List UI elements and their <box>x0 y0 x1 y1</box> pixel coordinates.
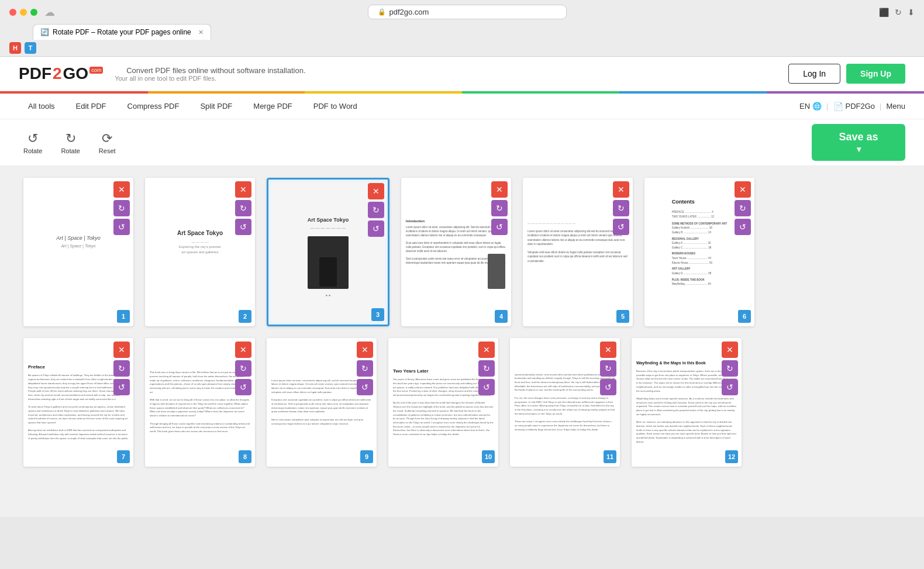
rotate-page-10-right[interactable]: ↻ <box>478 360 495 377</box>
browser-extensions: H T <box>0 40 924 56</box>
language-button[interactable]: EN 🌐 <box>799 102 822 111</box>
rotate-page-9-left[interactable]: ↺ <box>357 379 373 395</box>
page-item: Introduction Lorem ipsum dolor sit amet,… <box>401 178 511 326</box>
tagline-main: Convert PDF files online without softwar… <box>126 66 305 75</box>
delete-page-9[interactable]: ✕ <box>357 342 373 358</box>
logo[interactable]: PDF 2 GO com <box>19 64 103 83</box>
delete-page-3[interactable]: ✕ <box>368 183 384 199</box>
rotate-page-2-left[interactable]: ↺ <box>235 219 251 235</box>
rotate-page-11-left[interactable]: ↺ <box>600 379 616 395</box>
delete-page-2[interactable]: ✕ <box>235 181 251 198</box>
page-number-1: 1 <box>117 310 130 323</box>
reset-button[interactable]: ⟳ Reset <box>94 129 120 157</box>
main-content: Art | Space | Tokyo Art | Space | Tokyo … <box>0 166 924 517</box>
logo-area: PDF 2 GO com Convert PDF files online wi… <box>19 64 306 83</box>
rotate-page-8-right[interactable]: ↻ <box>235 360 251 377</box>
page-number-12: 12 <box>725 450 738 463</box>
rotate-page-4-right[interactable]: ↻ <box>491 200 508 216</box>
page-number-6: 6 <box>738 310 751 323</box>
rotate-page-12-right[interactable]: ↻ <box>722 360 738 377</box>
rotate-page-3-right[interactable]: ↻ <box>368 202 384 218</box>
delete-page-10[interactable]: ✕ <box>478 342 495 358</box>
page-number-2: 2 <box>239 310 251 323</box>
delete-page-7[interactable]: ✕ <box>113 342 130 358</box>
rotate-page-5-left[interactable]: ↺ <box>613 219 629 235</box>
refresh-icon[interactable]: ↻ <box>895 8 902 17</box>
save-as-chevron: ▾ <box>857 144 861 154</box>
rotate-page-9-right[interactable]: ↻ <box>357 360 373 377</box>
close-button[interactable] <box>9 9 16 16</box>
menu-label[interactable]: Menu <box>886 102 905 111</box>
tab-close-icon[interactable]: ✕ <box>198 29 204 36</box>
delete-page-6[interactable]: ✕ <box>735 181 751 198</box>
pages-row-1: Art | Space | Tokyo Art | Space | Tokyo … <box>23 178 901 326</box>
nav-divider: | <box>826 102 828 111</box>
globe-icon: 🌐 <box>812 102 822 111</box>
rotate-right-label: Rotate <box>61 147 80 154</box>
page-number-7: 7 <box>117 450 130 463</box>
rotate-page-7-left[interactable]: ↺ <box>113 379 130 395</box>
page-controls-6: ✕ ↻ ↺ <box>735 181 751 235</box>
delete-page-11[interactable]: ✕ <box>600 342 616 358</box>
login-button[interactable]: Log In <box>788 64 840 84</box>
delete-page-12[interactable]: ✕ <box>722 342 738 358</box>
page-controls-8: ✕ ↻ ↺ <box>235 342 251 395</box>
rotate-right-button[interactable]: ↻ Rotate <box>56 129 84 157</box>
rotate-page-4-left[interactable]: ↺ <box>491 219 508 235</box>
reset-label: Reset <box>99 147 116 154</box>
page-item: Two Years Later Two years of theory. Mem… <box>388 338 498 467</box>
maximize-button[interactable] <box>30 9 37 16</box>
rotate-page-8-left[interactable]: ↺ <box>235 379 251 395</box>
rotate-page-1-right[interactable]: ↻ <box>113 200 130 216</box>
toolbar-left: ↺ Rotate ↻ Rotate ⟳ Reset <box>19 129 120 157</box>
nav-bar: All tools Edit PDF Compress PDF Split PD… <box>0 94 924 119</box>
nav-compress-pdf[interactable]: Compress PDF <box>118 94 189 119</box>
cast-icon: ⬛ <box>879 8 889 17</box>
rotate-left-button[interactable]: ↺ Rotate <box>19 129 47 157</box>
page-number-4: 4 <box>495 310 508 323</box>
rotate-page-7-right[interactable]: ↻ <box>113 360 130 377</box>
minimize-button[interactable] <box>20 9 27 16</box>
rotate-page-11-right[interactable]: ↻ <box>600 360 616 377</box>
nav-pdf-to-word[interactable]: PDF to Word <box>304 94 367 119</box>
signup-button[interactable]: Sign Up <box>846 64 905 84</box>
app-header: PDF 2 GO com Convert PDF files online wi… <box>0 57 924 91</box>
nav-right: EN 🌐 | 📄 PDF2Go | Menu <box>799 102 905 111</box>
lock-icon: 🔒 <box>378 8 386 16</box>
nav-edit-pdf[interactable]: Edit PDF <box>67 94 116 119</box>
page-controls-12: ✕ ↻ ↺ <box>722 342 738 395</box>
rotate-page-10-left[interactable]: ↺ <box>478 379 495 395</box>
cloud-icon: ☁ <box>44 6 55 19</box>
page-number-5: 5 <box>616 310 629 323</box>
rotate-page-5-right[interactable]: ↻ <box>613 200 629 216</box>
address-bar[interactable]: 🔒 pdf2go.com <box>62 5 872 19</box>
rotate-page-6-right[interactable]: ↻ <box>735 200 751 216</box>
save-as-button[interactable]: Save as ▾ <box>812 124 905 161</box>
page-item: Art | Space | Tokyo Art | Space | Tokyo … <box>23 178 133 326</box>
rotate-page-6-left[interactable]: ↺ <box>735 219 751 235</box>
rotate-page-2-right[interactable]: ↻ <box>235 200 251 216</box>
page-controls-4: ✕ ↻ ↺ <box>491 181 508 235</box>
delete-page-1[interactable]: ✕ <box>113 181 130 198</box>
rotate-page-12-left[interactable]: ↺ <box>722 379 738 395</box>
delete-page-5[interactable]: ✕ <box>613 181 629 198</box>
delete-page-8[interactable]: ✕ <box>235 342 251 358</box>
delete-page-4[interactable]: ✕ <box>491 181 508 198</box>
rotate-page-3-left[interactable]: ↺ <box>368 220 384 237</box>
active-tab[interactable]: 🔄 Rotate PDF – Rotate your PDF pages onl… <box>33 24 211 40</box>
header-actions: Log In Sign Up <box>788 64 905 84</box>
pdf-icon-nav: 📄 <box>833 102 843 111</box>
ext-icon-h: H <box>9 42 21 54</box>
download-icon[interactable]: ⬇ <box>908 8 915 17</box>
rotate-left-label: Rotate <box>23 147 42 154</box>
nav-merge-pdf[interactable]: Merge PDF <box>244 94 301 119</box>
page-controls-7: ✕ ↻ ↺ <box>113 342 130 395</box>
page-controls-5: ✕ ↻ ↺ <box>613 181 629 235</box>
page-item-highlighted: Art Space Tokyo — — — — — — — ● ● ✕ ↻ ↺ … <box>267 178 389 326</box>
rotate-page-1-left[interactable]: ↺ <box>113 219 130 235</box>
page-item: Lorem ipsum dolor sit amet, consectetur … <box>267 338 377 467</box>
nav-all-tools[interactable]: All tools <box>19 94 64 119</box>
nav-split-pdf[interactable]: Split PDF <box>191 94 242 119</box>
page-item: — — — — — — — — — — — — — Lorem ipsum do… <box>523 178 633 326</box>
logo-badge: com <box>89 67 103 74</box>
